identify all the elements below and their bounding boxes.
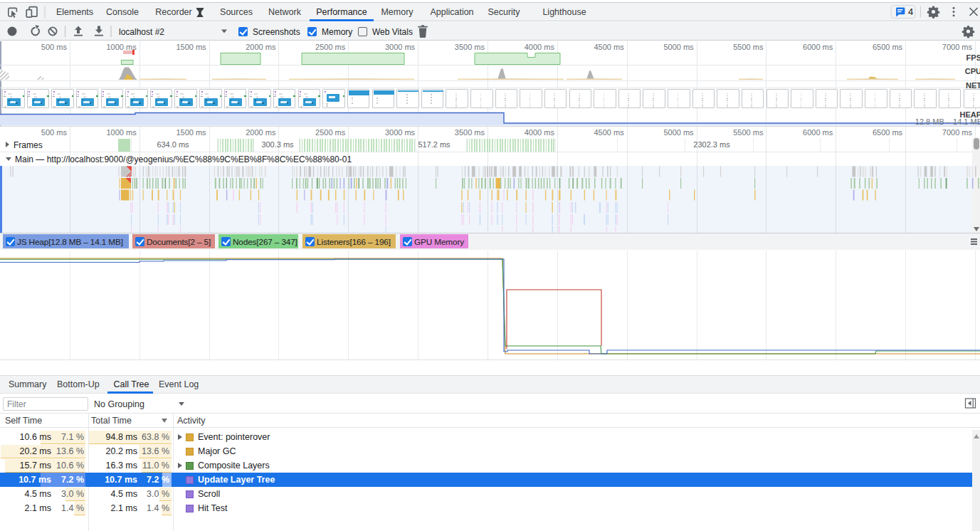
svg-text:4: 4 xyxy=(908,6,913,17)
